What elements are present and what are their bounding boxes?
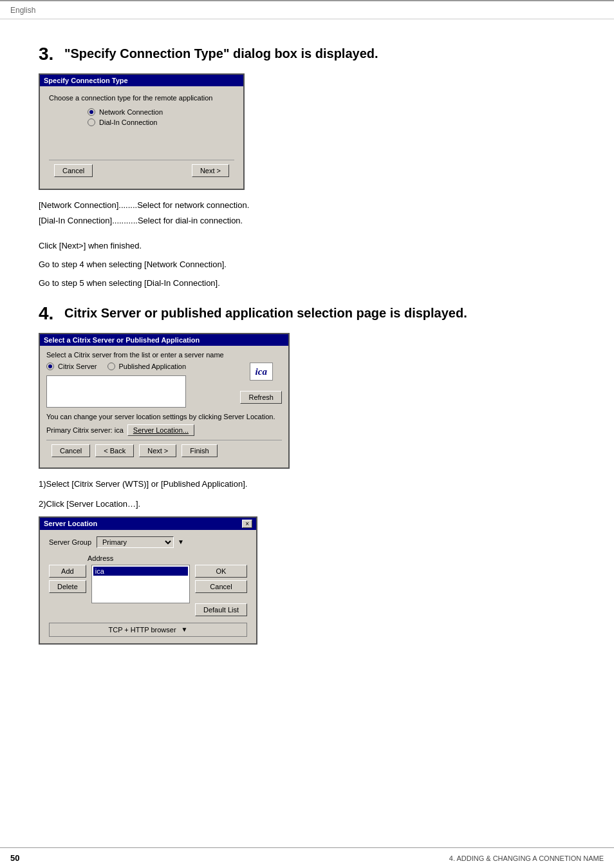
delete-button[interactable]: Delete	[49, 580, 86, 593]
primary-citrix-row: Primary Citrix server: ica Server Locati…	[46, 424, 282, 436]
step4-note2: 2)Click [Server Location…].	[39, 498, 575, 511]
page-language: English	[10, 6, 35, 15]
step3-next-button[interactable]: Next >	[192, 164, 229, 177]
address-listbox[interactable]: ica	[91, 565, 190, 603]
refresh-button[interactable]: Refresh	[240, 391, 282, 404]
citrix-radio-indicator	[46, 363, 54, 370]
step4-dialog-buttons: Cancel < Back Next > Finish	[46, 440, 282, 462]
step4-back-button[interactable]: < Back	[95, 444, 134, 457]
server-location-titlebar: Server Location ×	[40, 518, 256, 530]
step3-desc1: [Network Connection]........Select for n…	[39, 199, 575, 212]
step3-goto4: Go to step 4 when selecting [Network Con…	[39, 258, 575, 272]
sl-cancel-button[interactable]: Cancel	[195, 580, 247, 593]
step3-dialog-buttons: Cancel Next >	[49, 160, 234, 182]
server-group-label: Server Group	[49, 538, 91, 546]
ok-button[interactable]: OK	[195, 565, 247, 578]
citrix-server-label: Citrix Server	[58, 363, 97, 370]
server-group-select[interactable]: Primary	[97, 536, 174, 548]
connection-type-radio-group: Network Connection Dial-In Connection	[88, 108, 234, 126]
network-radio-indicator	[88, 108, 95, 116]
step4-next-button[interactable]: Next >	[139, 444, 176, 457]
step3-goto5: Go to step 5 when selecting [Dial-In Con…	[39, 277, 575, 290]
dialin-radio-indicator	[88, 118, 95, 126]
step4-finish-button[interactable]: Finish	[181, 444, 217, 457]
page-footer-text: 4. ADDING & CHANGING A CONNETION NAME	[449, 854, 604, 862]
step4-title: Citrix Server or published application s…	[64, 305, 467, 321]
server-listbox[interactable]	[46, 375, 186, 408]
server-group-row: Server Group Primary ▼	[49, 536, 247, 548]
published-app-radio[interactable]: Published Application	[107, 363, 187, 370]
step4-cancel-button[interactable]: Cancel	[51, 444, 90, 457]
server-location-info-row: You can change your server location sett…	[46, 413, 282, 420]
address-listbox-item[interactable]: ica	[93, 567, 188, 576]
citrix-server-radio[interactable]: Citrix Server	[46, 363, 97, 370]
step3-desc2: [Dial-In Connection]...........Select fo…	[39, 214, 575, 227]
protocol-dropdown-arrow: ▼	[181, 626, 188, 633]
step4-note1: 1)Select [Citrix Server (WTS)] or [Publi…	[39, 478, 575, 491]
server-type-radio-group: Citrix Server Published Application	[46, 363, 186, 370]
specify-connection-dialog: Specify Connection Type Choose a connect…	[39, 73, 245, 190]
network-connection-label: Network Connection	[99, 108, 163, 116]
step3-click-next: Click [Next>] when finished.	[39, 240, 575, 253]
step3-number: 3.	[39, 45, 58, 63]
protocol-value: TCP + HTTP browser	[109, 626, 176, 634]
server-location-title: Server Location	[44, 520, 97, 527]
specify-connection-titlebar: Specify Connection Type	[40, 75, 243, 86]
page-header: English	[0, 0, 614, 19]
ica-logo: ica	[250, 363, 273, 381]
server-location-button[interactable]: Server Location...	[127, 424, 194, 436]
select-citrix-subtext: Select a Citrix server from the list or …	[46, 351, 282, 359]
dialin-connection-label: Dial-In Connection	[99, 118, 158, 126]
protocol-row: TCP + HTTP browser ▼	[49, 623, 247, 637]
address-area: Add Delete ica OK Cancel Default List	[49, 565, 247, 616]
step4-number: 4.	[39, 305, 58, 323]
primary-citrix-label: Primary Citrix server: ica	[46, 426, 124, 434]
step3-title: "Specify Connection Type" dialog box is …	[64, 45, 378, 62]
server-group-dropdown-arrow: ▼	[178, 538, 184, 545]
server-location-close-button[interactable]: ×	[242, 520, 252, 528]
page-footer: 50 4. ADDING & CHANGING A CONNETION NAME	[0, 847, 614, 868]
network-connection-radio[interactable]: Network Connection	[88, 108, 234, 116]
published-app-label: Published Application	[119, 363, 187, 370]
published-radio-indicator	[107, 363, 115, 370]
step3-cancel-button[interactable]: Cancel	[54, 164, 93, 177]
server-location-info-text: You can change your server location sett…	[46, 413, 275, 420]
default-list-button[interactable]: Default List	[195, 603, 247, 616]
step4-heading: 4. Citrix Server or published applicatio…	[39, 305, 575, 323]
dialin-connection-radio[interactable]: Dial-In Connection	[88, 118, 234, 126]
specify-connection-text: Choose a connection type for the remote …	[49, 94, 234, 102]
select-citrix-dialog: Select a Citrix Server or Published Appl…	[39, 333, 290, 469]
server-location-dialog: Server Location × Server Group Primary ▼…	[39, 516, 257, 645]
add-button[interactable]: Add	[49, 565, 86, 578]
select-citrix-titlebar: Select a Citrix Server or Published Appl…	[40, 334, 288, 346]
address-label: Address	[88, 554, 247, 562]
step3-heading: 3. "Specify Connection Type" dialog box …	[39, 45, 575, 63]
page-number: 50	[10, 853, 19, 863]
